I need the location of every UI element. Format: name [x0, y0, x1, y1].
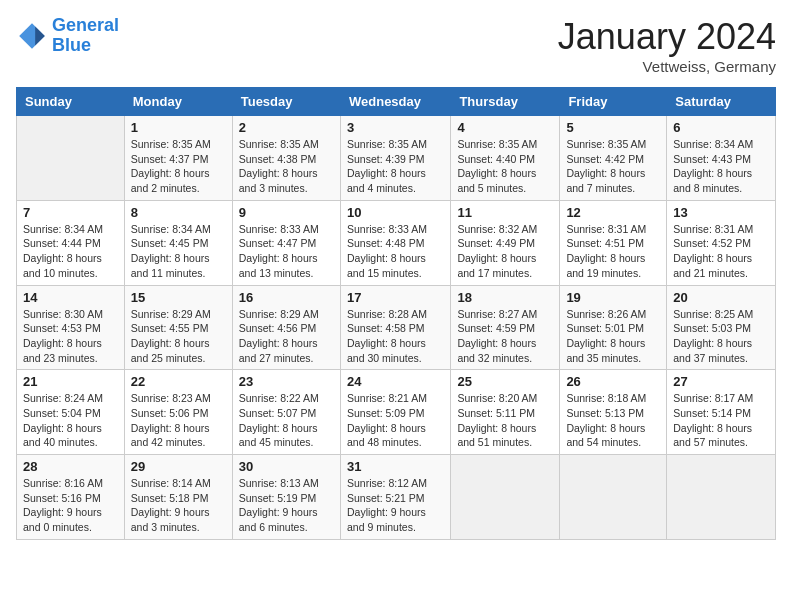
calendar-cell: 25Sunrise: 8:20 AMSunset: 5:11 PMDayligh… [451, 370, 560, 455]
weekday-header-thursday: Thursday [451, 88, 560, 116]
day-number: 1 [131, 120, 226, 135]
calendar-table: SundayMondayTuesdayWednesdayThursdayFrid… [16, 87, 776, 540]
calendar-cell: 17Sunrise: 8:28 AMSunset: 4:58 PMDayligh… [340, 285, 450, 370]
day-details: Sunrise: 8:34 AMSunset: 4:45 PMDaylight:… [131, 222, 226, 281]
day-details: Sunrise: 8:25 AMSunset: 5:03 PMDaylight:… [673, 307, 769, 366]
calendar-cell: 31Sunrise: 8:12 AMSunset: 5:21 PMDayligh… [340, 455, 450, 540]
day-details: Sunrise: 8:24 AMSunset: 5:04 PMDaylight:… [23, 391, 118, 450]
day-details: Sunrise: 8:13 AMSunset: 5:19 PMDaylight:… [239, 476, 334, 535]
calendar-cell: 19Sunrise: 8:26 AMSunset: 5:01 PMDayligh… [560, 285, 667, 370]
calendar-cell: 26Sunrise: 8:18 AMSunset: 5:13 PMDayligh… [560, 370, 667, 455]
day-number: 20 [673, 290, 769, 305]
calendar-cell: 11Sunrise: 8:32 AMSunset: 4:49 PMDayligh… [451, 200, 560, 285]
weekday-header-tuesday: Tuesday [232, 88, 340, 116]
calendar-cell: 3Sunrise: 8:35 AMSunset: 4:39 PMDaylight… [340, 116, 450, 201]
svg-marker-1 [35, 26, 45, 45]
day-number: 8 [131, 205, 226, 220]
calendar-cell [560, 455, 667, 540]
weekday-header-friday: Friday [560, 88, 667, 116]
calendar-cell: 29Sunrise: 8:14 AMSunset: 5:18 PMDayligh… [124, 455, 232, 540]
day-number: 2 [239, 120, 334, 135]
calendar-cell: 13Sunrise: 8:31 AMSunset: 4:52 PMDayligh… [667, 200, 776, 285]
calendar-cell [17, 116, 125, 201]
calendar-cell: 28Sunrise: 8:16 AMSunset: 5:16 PMDayligh… [17, 455, 125, 540]
weekday-header-monday: Monday [124, 88, 232, 116]
day-number: 31 [347, 459, 444, 474]
day-number: 25 [457, 374, 553, 389]
calendar-cell: 10Sunrise: 8:33 AMSunset: 4:48 PMDayligh… [340, 200, 450, 285]
day-number: 14 [23, 290, 118, 305]
day-details: Sunrise: 8:33 AMSunset: 4:48 PMDaylight:… [347, 222, 444, 281]
day-details: Sunrise: 8:14 AMSunset: 5:18 PMDaylight:… [131, 476, 226, 535]
calendar-cell: 22Sunrise: 8:23 AMSunset: 5:06 PMDayligh… [124, 370, 232, 455]
calendar-cell: 5Sunrise: 8:35 AMSunset: 4:42 PMDaylight… [560, 116, 667, 201]
day-details: Sunrise: 8:22 AMSunset: 5:07 PMDaylight:… [239, 391, 334, 450]
day-number: 17 [347, 290, 444, 305]
calendar-cell: 20Sunrise: 8:25 AMSunset: 5:03 PMDayligh… [667, 285, 776, 370]
day-number: 6 [673, 120, 769, 135]
calendar-cell [451, 455, 560, 540]
calendar-cell: 6Sunrise: 8:34 AMSunset: 4:43 PMDaylight… [667, 116, 776, 201]
day-details: Sunrise: 8:18 AMSunset: 5:13 PMDaylight:… [566, 391, 660, 450]
day-number: 23 [239, 374, 334, 389]
calendar-cell: 30Sunrise: 8:13 AMSunset: 5:19 PMDayligh… [232, 455, 340, 540]
page-header: General Blue January 2024 Vettweiss, Ger… [16, 16, 776, 75]
day-details: Sunrise: 8:32 AMSunset: 4:49 PMDaylight:… [457, 222, 553, 281]
day-number: 28 [23, 459, 118, 474]
day-details: Sunrise: 8:16 AMSunset: 5:16 PMDaylight:… [23, 476, 118, 535]
day-details: Sunrise: 8:35 AMSunset: 4:42 PMDaylight:… [566, 137, 660, 196]
day-number: 22 [131, 374, 226, 389]
calendar-cell: 9Sunrise: 8:33 AMSunset: 4:47 PMDaylight… [232, 200, 340, 285]
day-details: Sunrise: 8:23 AMSunset: 5:06 PMDaylight:… [131, 391, 226, 450]
day-details: Sunrise: 8:26 AMSunset: 5:01 PMDaylight:… [566, 307, 660, 366]
day-details: Sunrise: 8:17 AMSunset: 5:14 PMDaylight:… [673, 391, 769, 450]
calendar-cell: 18Sunrise: 8:27 AMSunset: 4:59 PMDayligh… [451, 285, 560, 370]
day-details: Sunrise: 8:35 AMSunset: 4:40 PMDaylight:… [457, 137, 553, 196]
weekday-header-saturday: Saturday [667, 88, 776, 116]
weekday-header-sunday: Sunday [17, 88, 125, 116]
day-details: Sunrise: 8:12 AMSunset: 5:21 PMDaylight:… [347, 476, 444, 535]
day-details: Sunrise: 8:30 AMSunset: 4:53 PMDaylight:… [23, 307, 118, 366]
day-number: 12 [566, 205, 660, 220]
day-details: Sunrise: 8:35 AMSunset: 4:39 PMDaylight:… [347, 137, 444, 196]
day-number: 7 [23, 205, 118, 220]
day-number: 24 [347, 374, 444, 389]
day-number: 27 [673, 374, 769, 389]
calendar-cell: 24Sunrise: 8:21 AMSunset: 5:09 PMDayligh… [340, 370, 450, 455]
day-number: 16 [239, 290, 334, 305]
day-number: 18 [457, 290, 553, 305]
day-details: Sunrise: 8:29 AMSunset: 4:56 PMDaylight:… [239, 307, 334, 366]
day-number: 15 [131, 290, 226, 305]
day-number: 9 [239, 205, 334, 220]
day-number: 4 [457, 120, 553, 135]
day-number: 13 [673, 205, 769, 220]
day-details: Sunrise: 8:34 AMSunset: 4:44 PMDaylight:… [23, 222, 118, 281]
calendar-cell [667, 455, 776, 540]
calendar-cell: 23Sunrise: 8:22 AMSunset: 5:07 PMDayligh… [232, 370, 340, 455]
calendar-cell: 2Sunrise: 8:35 AMSunset: 4:38 PMDaylight… [232, 116, 340, 201]
day-details: Sunrise: 8:35 AMSunset: 4:38 PMDaylight:… [239, 137, 334, 196]
day-number: 11 [457, 205, 553, 220]
day-number: 10 [347, 205, 444, 220]
day-details: Sunrise: 8:20 AMSunset: 5:11 PMDaylight:… [457, 391, 553, 450]
calendar-cell: 21Sunrise: 8:24 AMSunset: 5:04 PMDayligh… [17, 370, 125, 455]
day-number: 19 [566, 290, 660, 305]
weekday-header-wednesday: Wednesday [340, 88, 450, 116]
calendar-cell: 15Sunrise: 8:29 AMSunset: 4:55 PMDayligh… [124, 285, 232, 370]
location: Vettweiss, Germany [558, 58, 776, 75]
day-details: Sunrise: 8:33 AMSunset: 4:47 PMDaylight:… [239, 222, 334, 281]
day-number: 5 [566, 120, 660, 135]
day-details: Sunrise: 8:27 AMSunset: 4:59 PMDaylight:… [457, 307, 553, 366]
month-title: January 2024 [558, 16, 776, 58]
day-details: Sunrise: 8:31 AMSunset: 4:52 PMDaylight:… [673, 222, 769, 281]
title-block: January 2024 Vettweiss, Germany [558, 16, 776, 75]
day-number: 29 [131, 459, 226, 474]
calendar-cell: 12Sunrise: 8:31 AMSunset: 4:51 PMDayligh… [560, 200, 667, 285]
calendar-cell: 7Sunrise: 8:34 AMSunset: 4:44 PMDaylight… [17, 200, 125, 285]
day-number: 30 [239, 459, 334, 474]
calendar-cell: 14Sunrise: 8:30 AMSunset: 4:53 PMDayligh… [17, 285, 125, 370]
day-number: 21 [23, 374, 118, 389]
day-number: 26 [566, 374, 660, 389]
logo-icon [16, 20, 48, 52]
day-details: Sunrise: 8:29 AMSunset: 4:55 PMDaylight:… [131, 307, 226, 366]
